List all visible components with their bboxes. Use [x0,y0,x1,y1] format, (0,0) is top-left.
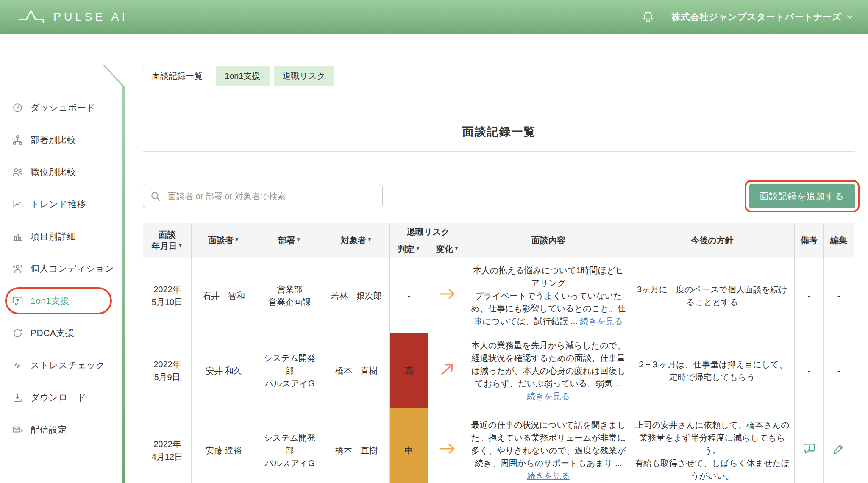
sidebar-item-delivery-settings[interactable]: 配信設定 [0,414,125,446]
tab-label: 1on1支援 [225,70,261,82]
sidebar-item-personal-condition[interactable]: 個人コンディション [0,253,125,285]
cell-date: 2022年 5月10日 [143,258,192,333]
cell-risk-level-mid: 中 [390,408,428,483]
search-input[interactable] [143,184,383,208]
cell-department: システム開発部 パルスアイG [256,333,323,408]
sidebar-item-trend[interactable]: トレンド推移 [0,188,125,220]
sidebar-item-label: 配信設定 [31,424,67,436]
col-header-department[interactable]: 部署▼ [256,223,323,258]
sort-desc-icon: ▼ [415,245,420,251]
mail-settings-icon [12,424,23,436]
col-header-risk-group: 退職リスク [390,223,467,241]
stress-pulse-icon [12,360,23,371]
heart-chat-icon [12,295,23,307]
app-header: PULSE AI 株式会社ジャンプスタートパートナーズ [0,0,868,34]
cell-department: システム開発部 パルスアイG [256,408,323,483]
col-header-content: 面談内容 [467,223,630,258]
col-header-policy: 今後の方針 [630,223,795,258]
cell-note [795,408,824,483]
cell-risk-level-high: 高 [390,333,428,408]
col-header-interviewer[interactable]: 面談者▼ [192,223,256,258]
read-more-link[interactable]: 続きを見る [527,471,570,480]
sort-desc-icon: ▼ [367,236,372,242]
sidebar-item-label: 個人コンディション [31,263,114,275]
sort-desc-icon: ▼ [454,245,459,251]
sidebar-item-label: 1on1支援 [31,295,70,307]
col-header-target[interactable]: 対象者▼ [323,223,390,258]
sidebar-item-label: ストレスチェック [31,359,105,371]
company-selector[interactable]: 株式会社ジャンプスタートパートナーズ [672,11,854,23]
sidebar: ダッシュボード 部署別比較 職位別比較 トレンド推移 [0,65,125,483]
search-box [143,184,383,208]
sidebar-item-position-compare[interactable]: 職位別比較 [0,156,125,188]
bar-chart-icon [12,231,23,242]
cell-policy: 上司の安井さんに依頼して、橋本さんの業務量をまず半分程度に減らしてもらう。 有給… [630,408,795,483]
col-header-risk-change[interactable]: 変化▼ [428,241,467,258]
sidebar-item-label: ダウンロード [31,391,86,403]
table-row: 2022年 5月9日 安井 和久 システム開発部 パルスアイG 橋本 直樹 高 … [143,333,854,408]
cell-interviewer: 石井 智和 [192,258,256,333]
pdca-cycle-icon [12,328,23,339]
table-row: 2022年 5月10日 石井 智和 営業部 営業企画課 若林 銀次郎 - 本人の… [143,258,854,333]
cell-note: - [795,333,824,408]
add-record-button[interactable]: 面談記録を追加する [749,184,855,208]
sidebar-item-department-compare[interactable]: 部署別比較 [0,124,125,156]
read-more-link[interactable]: 続きを見る [527,391,570,401]
app-screen: PULSE AI 株式会社ジャンプスタートパートナーズ [0,0,868,483]
cell-target: 橋本 直樹 [323,333,390,408]
cell-risk-change [428,408,467,483]
col-header-risk-level[interactable]: 判定▼ [390,241,428,258]
comment-icon[interactable] [802,442,816,455]
cell-interviewer: 安井 和久 [192,333,256,408]
company-name: 株式会社ジャンプスタートパートナーズ [672,11,842,23]
sidebar-item-item-detail[interactable]: 項目別詳細 [0,220,125,253]
notification-bell-icon[interactable] [641,10,655,24]
sidebar-item-dashboard[interactable]: ダッシュボード [0,92,125,124]
col-header-edit: 編集 [824,223,854,258]
cell-risk-change [428,258,467,333]
tab-interview-records[interactable]: 面談記録一覧 [143,66,211,86]
sort-desc-icon: ▼ [296,236,301,242]
cell-policy: ２−３ヶ月は、仕事量は抑え目にして、定時で帰宅してもらう [630,333,795,408]
read-more-link[interactable]: 続きを見る [580,316,623,326]
trend-flat-arrow-icon [438,442,457,455]
col-header-date[interactable]: 面談 年月日▼ [143,223,192,258]
sort-desc-icon: ▼ [178,242,183,248]
page-title: 面談記録一覧 [143,124,855,139]
sidebar-item-label: PDCA支援 [31,327,74,339]
cell-content: 本人の業務量を先月から減らしたので、経過状況を確認するための面談。仕事量は減った… [467,333,630,408]
col-header-note: 備考 [795,223,824,258]
person-condition-icon [12,263,23,275]
search-icon [150,191,161,202]
cell-interviewer: 安藤 達裕 [192,408,256,483]
tab-turnover-risk[interactable]: 退職リスク [274,66,334,86]
sidebar-item-stress-check[interactable]: ストレスチェック [0,349,125,381]
sidebar-item-1on1-support[interactable]: 1on1支援 [0,285,125,317]
people-compare-icon [12,167,23,178]
tab-label: 面談記録一覧 [152,70,203,82]
controls-row: 面談記録を追加する [143,184,855,208]
title-divider [143,151,855,152]
sidebar-item-label: 項目別詳細 [31,230,76,242]
cell-content: 最近の仕事の状況について話を聞きました。抱えている業務ボリュームが非常に多く、や… [467,408,630,483]
tab-1on1-support[interactable]: 1on1支援 [216,66,270,86]
cell-content: 本人の抱える悩みについて1時間ほどヒアリング プライベートでうまくいっていないた… [467,258,630,333]
dashboard-icon [12,102,23,114]
trend-chart-icon [12,199,23,210]
sidebar-item-label: ダッシュボード [31,102,95,114]
cell-target: 若林 銀次郎 [323,258,390,333]
sort-desc-icon: ▼ [234,236,239,242]
cell-policy: 3ヶ月に一度のペースで個人面談を続けることとする [630,258,795,333]
sidebar-item-pdca-support[interactable]: PDCA支援 [0,317,125,349]
sidebar-item-download[interactable]: ダウンロード [0,381,125,414]
org-chart-icon [12,134,23,146]
main-content: 面談記録一覧 1on1支援 退職リスク 面談記録一覧 面談記録を追加する [143,34,855,483]
edit-pencil-icon[interactable] [832,442,845,455]
cell-risk-level: - [390,258,428,333]
download-icon [12,392,23,403]
cell-date: 2022年 4月12日 [143,408,192,483]
sidebar-item-label: 職位別比較 [31,166,76,178]
cell-date: 2022年 5月9日 [143,333,192,408]
trend-up-arrow-icon [437,358,459,380]
table-row: 2022年 4月12日 安藤 達裕 システム開発部 パルスアイG 橋本 直樹 中… [143,408,854,483]
